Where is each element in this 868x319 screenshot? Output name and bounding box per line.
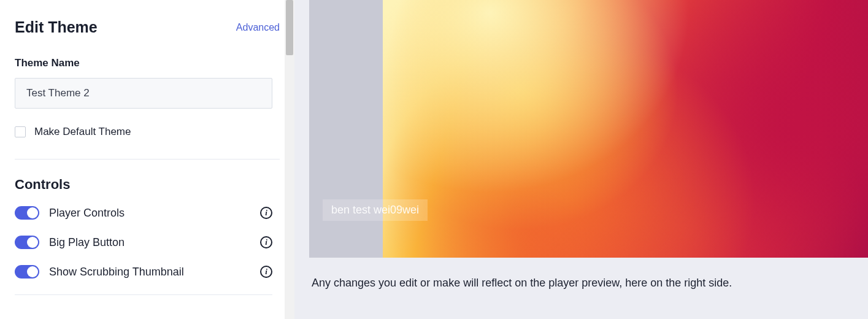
toggle-knob [27, 207, 38, 218]
advanced-link[interactable]: Advanced [236, 22, 280, 33]
toggle-knob [27, 266, 38, 277]
video-thumbnail [383, 0, 868, 258]
make-default-checkbox[interactable] [15, 126, 26, 137]
toggle-player-controls[interactable] [15, 206, 39, 220]
toggle-scrubbing-thumbnail[interactable] [15, 265, 39, 279]
video-title-badge: ben test wei09wei [323, 199, 428, 221]
make-default-label: Make Default Theme [34, 126, 131, 138]
panel-header: Edit Theme Advanced [15, 18, 280, 36]
scrollbar-track[interactable] [285, 0, 294, 319]
theme-name-input[interactable] [15, 78, 272, 109]
toggle-row-big-play: Big Play Button i [15, 236, 272, 249]
toggle-label: Player Controls [49, 207, 260, 220]
controls-section-title: Controls [15, 177, 280, 193]
toggle-label: Show Scrubbing Thumbnail [49, 266, 260, 279]
info-icon[interactable]: i [260, 236, 272, 248]
make-default-row: Make Default Theme [15, 126, 280, 160]
panel-title: Edit Theme [15, 18, 98, 36]
edit-theme-panel: Edit Theme Advanced Theme Name Make Defa… [0, 0, 294, 319]
info-icon[interactable]: i [260, 266, 272, 278]
preview-note: Any changes you edit or make will reflec… [309, 258, 868, 298]
toggle-knob [27, 237, 38, 248]
theme-name-label: Theme Name [15, 57, 280, 69]
divider [15, 294, 272, 295]
toggle-row-scrubbing-thumbnail: Show Scrubbing Thumbnail i [15, 265, 272, 279]
player-preview: ben test wei09wei [309, 0, 868, 258]
info-icon[interactable]: i [260, 207, 272, 219]
preview-panel: ben test wei09wei Any changes you edit o… [294, 0, 868, 319]
scrollbar-thumb[interactable] [286, 0, 293, 55]
toggle-row-player-controls: Player Controls i [15, 206, 272, 220]
toggle-label: Big Play Button [49, 236, 260, 249]
toggle-big-play-button[interactable] [15, 236, 39, 249]
